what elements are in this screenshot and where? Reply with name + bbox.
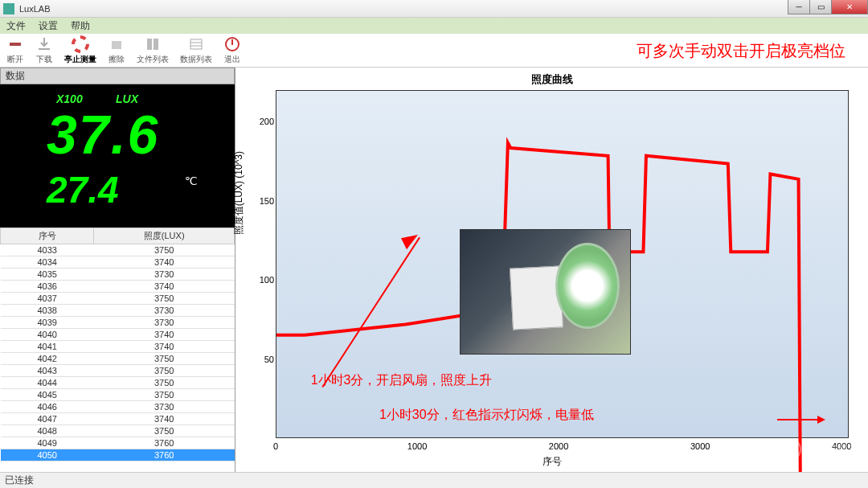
annotation-mid: 1小时3分，开启风扇，照度上升 [311,372,493,389]
col-index[interactable]: 序号 [1,228,94,244]
data-panel: 数据 X100 LUX 37.6 27.4 ℃ 序号 照度(LUX) 40333… [0,68,235,472]
table-row[interactable]: 40333750 [1,244,235,256]
svg-marker-11 [401,235,418,249]
lcd-main-value: 37.6 [47,107,159,162]
arrow-icon [311,229,425,396]
table-row[interactable]: 40493760 [1,437,235,449]
tool-download[interactable]: 下载 [35,35,53,65]
table-row[interactable]: 40353730 [1,269,235,281]
svg-rect-0 [10,43,21,46]
annotation-low: 1小时30分，红色指示灯闪烁，电量低 [379,407,594,424]
chart-plot[interactable]: 1小时3分，开启风扇，照度上升 1小时30分，红色指示灯闪烁，电量低 [276,90,849,438]
y-axis-label: 照度值(LUX) (10^3) [232,151,246,235]
table-row[interactable]: 40363740 [1,281,235,293]
datalist-icon [187,35,205,53]
table-row[interactable]: 40503760 [1,449,235,461]
erase-icon [108,35,125,53]
table-row[interactable]: 40473740 [1,413,235,425]
data-table[interactable]: 序号 照度(LUX) 40333750403437404035373040363… [0,228,235,472]
y-tick: 150 [260,196,274,206]
svg-rect-3 [147,39,152,50]
lifebuoy-icon [72,35,89,53]
table-row[interactable]: 40453750 [1,389,235,401]
table-row[interactable]: 40373750 [1,293,235,305]
statusbar: 已连接 [0,472,868,488]
tool-erase[interactable]: 擦除 [108,35,125,65]
menubar: 文件 设置 帮助 [0,18,868,34]
table-row[interactable]: 40393730 [1,317,235,329]
tool-filelist[interactable]: 文件列表 [137,35,169,65]
maximize-button[interactable]: ▭ [809,0,832,14]
menu-settings[interactable]: 设置 [39,19,58,33]
menu-file[interactable]: 文件 [6,19,26,33]
watermark: 值 什么值得买 [779,438,858,461]
annotation-top: 可多次手动双击开启极亮档位 [637,40,845,62]
table-row[interactable]: 40343740 [1,256,235,269]
tool-exit[interactable]: 退出 [223,35,241,65]
table-row[interactable]: 40403740 [1,329,235,341]
close-button[interactable]: ✕ [831,0,868,14]
toolbar: 断开 下载 亭止测量 擦除 文件列表 数据列表 退出 可多次手动双击开启极亮档位 [0,34,868,68]
titlebar: LuxLAB ─ ▭ ✕ [0,0,868,18]
exit-icon [223,35,241,53]
col-lux[interactable]: 照度(LUX) [94,228,235,244]
svg-rect-2 [112,41,121,49]
svg-rect-5 [190,39,202,49]
table-row[interactable]: 40413740 [1,341,235,353]
window-controls: ─ ▭ ✕ [788,0,868,14]
y-axis: 50100150200 [260,90,276,438]
watermark-icon: 值 [779,438,801,461]
table-row[interactable]: 40423750 [1,353,235,365]
app-icon [3,3,14,14]
tool-stop-measure[interactable]: 亭止测量 [64,35,96,65]
svg-point-1 [73,37,88,51]
tool-disconnect[interactable]: 断开 [6,35,24,65]
y-tick: 50 [264,355,274,364]
photo-inset [460,229,631,354]
download-icon [35,35,53,53]
panel-title: 数据 [0,68,235,84]
window-title: LuxLAB [19,4,51,14]
lcd-temp-value: 27.4 [47,168,119,211]
table-row[interactable]: 40463730 [1,401,235,413]
y-tick: 100 [260,275,274,285]
lcd-temp-unit: ℃ [185,174,198,187]
filelist-icon [144,35,162,53]
chart-title: 照度曲线 [235,68,868,88]
tool-datalist[interactable]: 数据列表 [180,35,212,65]
menu-help[interactable]: 帮助 [71,19,90,33]
svg-line-10 [322,238,420,388]
svg-marker-13 [817,416,825,424]
disconnect-icon [6,35,24,53]
y-tick: 200 [260,117,274,126]
table-row[interactable]: 40483750 [1,425,235,437]
table-row[interactable]: 40383730 [1,305,235,317]
arrow-right-icon [777,414,825,425]
minimize-button[interactable]: ─ [788,0,810,14]
svg-rect-4 [154,39,158,50]
lcd-display: X100 LUX 37.6 27.4 ℃ [0,84,235,228]
table-row[interactable]: 40443750 [1,377,235,389]
chart-area: 照度曲线 照度值(LUX) (10^3) 序号 50100150200 0100… [235,68,868,472]
table-row[interactable]: 40433750 [1,365,235,377]
